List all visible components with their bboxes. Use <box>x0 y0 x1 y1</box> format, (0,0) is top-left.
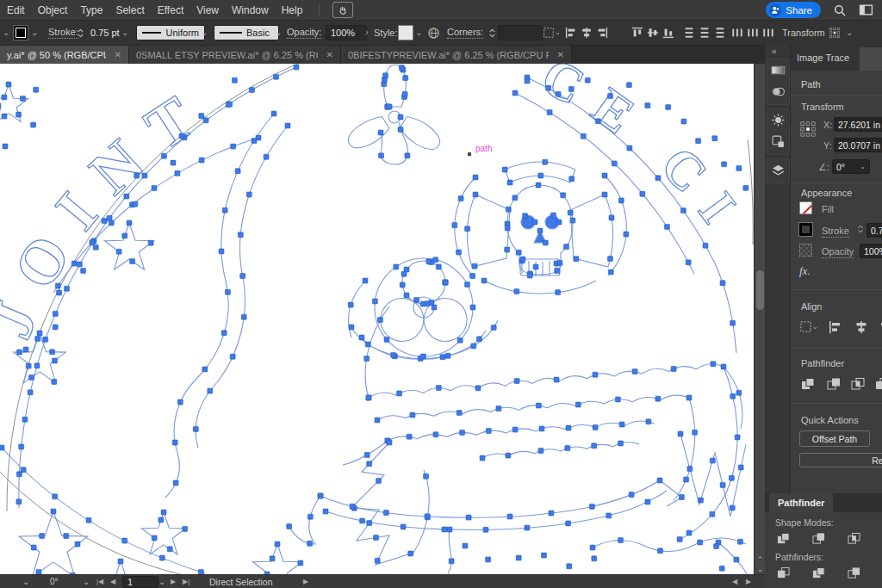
opacity-label[interactable]: Opacity <box>822 246 854 258</box>
align-bottom-icon[interactable] <box>662 21 674 45</box>
layers-panel-icon[interactable] <box>767 159 789 181</box>
align-left-icon[interactable] <box>565 21 577 45</box>
distribute-right-icon[interactable] <box>762 21 774 45</box>
fill-stroke-swatch[interactable] <box>13 21 28 45</box>
workspace-switcher-icon[interactable] <box>859 3 873 17</box>
tab-image-trace[interactable]: Image Trace <box>791 53 855 63</box>
opacity-label[interactable]: Opacity: <box>287 21 321 45</box>
width-profile-select[interactable]: Uniform <box>136 21 205 45</box>
corners-label[interactable]: Corners: <box>447 21 483 45</box>
pathfinder-minus-front-icon[interactable] <box>827 377 841 391</box>
distribute-top-icon[interactable] <box>683 21 695 45</box>
chevron-down-icon[interactable]: ⌄ <box>846 21 853 45</box>
menu-item-view[interactable]: View <box>196 4 219 16</box>
share-button[interactable]: Share <box>766 2 821 18</box>
pathfinder-divide-icon[interactable] <box>777 566 790 579</box>
stroke-weight-field[interactable]: 0.75 <box>866 223 882 238</box>
pathfinder-intersect-icon[interactable] <box>851 377 865 391</box>
collapse-panels-icon[interactable]: « <box>772 46 777 56</box>
y-field[interactable]: 20.0707 in <box>834 138 882 152</box>
distribute-middle-icon[interactable] <box>747 21 759 45</box>
stroke-weight-stepper[interactable] <box>856 224 865 234</box>
fill-swatch[interactable] <box>799 201 812 214</box>
tab-partial[interactable] <box>860 47 882 71</box>
fx-button[interactable]: fx. <box>799 264 811 278</box>
menu-item-edit[interactable]: Edit <box>7 4 25 16</box>
stroke-swatch[interactable] <box>799 223 812 236</box>
menu-item-object[interactable]: Object <box>38 4 68 16</box>
artboard-number-field[interactable]: 1 <box>122 575 158 588</box>
align-to-icon[interactable]: ⌄ <box>799 320 818 333</box>
x-field[interactable]: 27.6201 in <box>834 117 882 132</box>
chevron-down-icon[interactable]: ⌄ <box>121 21 128 45</box>
align-center-icon[interactable] <box>581 21 593 45</box>
search-icon[interactable] <box>833 3 847 17</box>
document-tab[interactable]: y.ai* @ 50 % (RGB/CPU Preview) ✕ <box>0 46 129 64</box>
chevron-down-icon[interactable]: ⌄ <box>275 21 282 45</box>
shape-mode-minus-front-icon[interactable] <box>812 532 825 545</box>
distribute-bottom-icon[interactable] <box>714 21 726 45</box>
gradient-panel-icon[interactable] <box>767 59 789 81</box>
menu-item-window[interactable]: Window <box>232 4 269 16</box>
pathfinder-trim-icon[interactable] <box>812 566 825 579</box>
transform-label[interactable]: Transform <box>782 21 825 45</box>
corners-stepper[interactable] <box>488 21 497 45</box>
chevron-right-icon[interactable]: › <box>365 21 368 45</box>
align-middle-icon[interactable] <box>647 21 659 45</box>
previous-artboard-icon[interactable]: ◀ <box>110 575 115 588</box>
distribute-center-icon[interactable] <box>699 21 711 45</box>
pathfinder-panel-tab[interactable]: Pathfinder <box>769 493 833 512</box>
stroke-weight-value[interactable]: 0.75 pt <box>86 21 124 45</box>
document-tab[interactable]: 0SMALL ETSY PREVIEW.ai* @ 6.25 % (RGB/CP… <box>129 46 341 64</box>
scroll-left-icon[interactable]: ◀ <box>732 575 737 588</box>
canvas-area[interactable]: JOINT CE CI path <box>0 64 754 574</box>
align-right-icon[interactable] <box>596 21 608 45</box>
shape-mode-unite-icon[interactable] <box>777 532 790 545</box>
document-tab[interactable]: 0BIFESTYPREVIEW.ai* @ 6.25 % (RGB/CPU Pr… <box>341 46 572 64</box>
first-artboard-icon[interactable]: |◀ <box>96 575 103 588</box>
artboard-dropdown-icon[interactable]: ⌄ <box>158 575 165 588</box>
opacity-field[interactable]: 100% <box>860 244 882 258</box>
distribute-left-icon[interactable] <box>731 21 743 45</box>
align-to-selection-icon[interactable]: ⌄ <box>543 21 561 45</box>
align-left-icon[interactable] <box>829 320 842 334</box>
menu-item-select[interactable]: Select <box>115 4 144 16</box>
opacity-value[interactable]: 100% <box>326 21 367 45</box>
recolor-button[interactable]: Recol <box>799 453 882 467</box>
pathfinder-merge-icon[interactable] <box>848 566 860 579</box>
menu-item-help[interactable]: Help <box>282 4 303 16</box>
appearance-panel-icon[interactable] <box>767 109 789 131</box>
stroke-stepper[interactable] <box>76 21 85 45</box>
vertical-scrollbar[interactable]: ⌃ ⌄ <box>754 64 765 574</box>
document-setup-globe-icon[interactable] <box>427 21 440 45</box>
close-icon[interactable]: ✕ <box>557 50 564 59</box>
rotation-dropdown-icon[interactable]: ⌄ <box>83 575 90 588</box>
corners-value[interactable] <box>498 21 543 45</box>
chevron-down-icon[interactable]: ⌄ <box>201 21 208 45</box>
touch-workspace-button[interactable] <box>332 2 353 18</box>
offset-path-button[interactable]: Offset Path <box>799 430 870 447</box>
chevron-down-icon[interactable]: ⌄ <box>31 21 38 45</box>
opacity-swatch[interactable] <box>799 244 812 257</box>
align-center-icon[interactable] <box>854 320 868 334</box>
close-icon[interactable]: ✕ <box>115 50 121 59</box>
isolate-selection-icon[interactable] <box>829 21 841 45</box>
transparency-panel-icon[interactable] <box>767 81 789 102</box>
pathfinder-unite-icon[interactable] <box>801 377 815 391</box>
fill-label[interactable]: Fill <box>822 204 834 214</box>
scrollbar-thumb[interactable] <box>756 270 764 310</box>
next-artboard-icon[interactable]: ▶ <box>171 575 176 588</box>
artwork-svg[interactable]: JOINT CE CI <box>0 64 754 574</box>
zoom-level-dropdown-icon[interactable]: ⌄ <box>22 575 29 588</box>
status-options-icon[interactable]: ▶ <box>303 575 308 588</box>
style-swatch[interactable] <box>398 21 413 45</box>
graphic-styles-panel-icon[interactable] <box>767 131 789 152</box>
stroke-weight-label[interactable]: Stroke: <box>48 21 78 45</box>
shape-mode-intersect-icon[interactable] <box>848 532 860 545</box>
scroll-right-icon[interactable]: ▶ <box>746 575 751 588</box>
last-artboard-icon[interactable]: ▶| <box>183 575 189 588</box>
close-icon[interactable]: ✕ <box>326 50 333 59</box>
brush-select[interactable]: Basic <box>214 21 279 45</box>
stroke-label[interactable]: Stroke <box>822 226 849 238</box>
chevron-down-icon[interactable]: ⌄ <box>415 21 422 45</box>
